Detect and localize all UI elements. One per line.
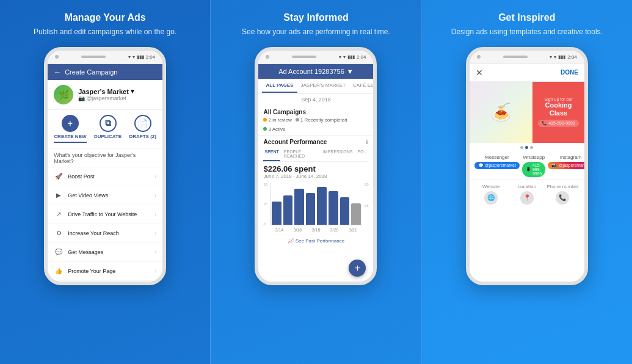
menu-item-promote-page[interactable]: 👍 Promote Your Page › <box>48 262 162 281</box>
phone-2-screen: Ad Account 19283756 ▼ ALL PAGES JASPER'S… <box>258 64 373 282</box>
dropdown-icon[interactable]: ▾ <box>131 87 134 95</box>
dropdown-chevron-icon[interactable]: ▼ <box>347 68 354 75</box>
dot-1 <box>520 146 523 149</box>
video-views-icon: ▶ <box>54 191 64 200</box>
menu-item-promote-event[interactable]: 📅 Promote an Event › <box>48 281 162 282</box>
phone-1-status: ▾▾▮▮▮ 2:04 <box>128 54 156 60</box>
spent-date-range: June 7, 2018 - June 14, 2018 <box>263 173 368 179</box>
x-label-1: 3/14 <box>275 228 283 232</box>
see-performance-link[interactable]: 📈 See Past Performance <box>258 235 373 247</box>
ad-phone-badge: 📞 415-999-9999 <box>538 120 579 127</box>
x-label-3: 3/18 <box>312 228 321 232</box>
panel-stay-informed: Stay Informed See how your ads are perfo… <box>210 0 421 364</box>
phone-3-topbar: ▾▾▮▮▮ 2:04 <box>470 51 584 64</box>
website-label: Website <box>482 184 500 189</box>
phone-1-screen: ← Create Campaign 🌿 Jasper's Market ▾ 📷 … <box>48 64 162 282</box>
carousel-dots <box>470 143 584 152</box>
y-label-mid-r: 25 <box>365 204 369 208</box>
completed-dot <box>296 118 299 122</box>
phone-3-screen: ✕ DONE 🍝 Sign up for our Cooking Class 📞… <box>470 64 584 282</box>
website-icon: 🌐 <box>484 191 498 205</box>
bar-7 <box>340 197 350 225</box>
y-label-top-r: 50 <box>365 183 369 186</box>
dot-3 <box>530 146 533 149</box>
app-header-3: ✕ DONE <box>470 64 584 82</box>
back-arrow-icon[interactable]: ← <box>54 68 61 76</box>
selected-date: Sep 4, 2018 <box>258 93 373 106</box>
panel-3-subtitle: Design ads using templates and creative … <box>451 27 603 37</box>
create-campaign-title: Create Campaign <box>65 68 117 76</box>
info-grid: Website 🌐 Location 📍 Phone number 📞 <box>470 180 584 208</box>
phone-1-speaker <box>81 56 106 58</box>
performance-chart <box>270 183 362 225</box>
location-icon: 📍 <box>520 191 534 205</box>
info-phone: Phone number 📞 <box>546 184 579 205</box>
create-new-button[interactable]: + CREATE NEW <box>54 115 86 143</box>
tab-cafe-escape[interactable]: CAFÉ ESCAPE <box>349 79 373 93</box>
messenger-badge: 💬 @jaspersmarket <box>474 162 520 169</box>
trend-icon: 📈 <box>288 238 294 244</box>
tab-spent[interactable]: SPENT <box>263 148 280 161</box>
x-label-4: 3/20 <box>330 228 339 232</box>
y-label-bot: 0 <box>263 222 267 226</box>
phone-1-camera <box>55 55 59 59</box>
phone-2-status: ▾▾▮▮▮ 2:04 <box>339 54 366 60</box>
tab-impressions[interactable]: IMPRESSIONS <box>322 148 354 161</box>
tab-people-reached[interactable]: PEOPLE REACHED <box>283 148 319 161</box>
reach-icon: ⚙ <box>54 228 64 238</box>
location-label: Location <box>518 184 536 189</box>
chevron-right-icon-4: › <box>154 230 156 236</box>
instagram-label: Instagram <box>560 155 582 160</box>
duplicate-button[interactable]: ⧉ DUPLICATE <box>94 115 122 143</box>
done-button[interactable]: DONE <box>561 69 578 76</box>
phone-3-speaker <box>503 56 528 58</box>
menu-item-reach[interactable]: ⚙ Increase Your Reach › <box>48 224 162 243</box>
menu-item-video-views[interactable]: ▶ Get Video Views › <box>48 186 162 205</box>
bar-1 <box>272 202 281 225</box>
chevron-right-icon-3: › <box>154 211 156 217</box>
chevron-right-icon-6: › <box>154 268 156 274</box>
action-buttons: + CREATE NEW ⧉ DUPLICATE 📄 DRAFTS (2) <box>48 110 162 148</box>
ad-cta-title: Cooking Class <box>537 101 579 117</box>
tab-more[interactable]: PO... <box>357 148 369 161</box>
panel-manage-ads: Manage Your Ads Publish and edit campaig… <box>0 0 210 364</box>
menu-item-drive-traffic[interactable]: ↗ Drive Traffic to Your Website › <box>48 205 162 224</box>
campaigns-section: All Campaigns 2 in review 1 Recently com… <box>258 106 373 136</box>
tab-jaspers-market[interactable]: JASPER'S MARKET <box>297 79 350 93</box>
whatsapp-badge: 📱 415-999-9999 <box>522 162 546 177</box>
messages-icon: 💬 <box>54 247 64 257</box>
menu-item-boost-post[interactable]: 🚀 Boost Post › <box>48 167 162 186</box>
campaigns-status-list: 2 in review 1 Recently completed 3 Activ… <box>263 117 368 132</box>
ad-account-title: Ad Account 19283756 <box>278 68 344 75</box>
info-icon: ℹ <box>366 139 368 145</box>
phone-3: ▾▾▮▮▮ 2:04 ✕ DONE 🍝 Sign up for our Cook… <box>466 47 588 285</box>
phone-2-topbar: ▾▾▮▮▮ 2:04 <box>258 51 373 64</box>
create-new-icon: + <box>62 115 79 132</box>
objective-label: What's your objective for Jasper's Marke… <box>48 148 162 167</box>
active-status: 3 Active <box>268 126 285 132</box>
performance-title: Account Performance <box>263 139 327 145</box>
page-tabs: ALL PAGES JASPER'S MARKET CAFÉ ESCAPE <box>258 79 373 93</box>
panel-2-subtitle: See how your ads are performing in real … <box>242 27 390 37</box>
instagram-badge: 📸 @jaspersmarket <box>548 162 584 169</box>
chart-x-labels: 3/14 3/16 3/18 3/20 3/21 <box>270 228 362 232</box>
menu-item-messages[interactable]: 💬 Get Messages › <box>48 243 162 262</box>
performance-section: Account Performance ℹ SPENT PEOPLE REACH… <box>258 136 373 235</box>
phone-3-camera <box>477 55 481 59</box>
messenger-icon: 💬 <box>478 163 484 168</box>
bar-3 <box>294 189 304 225</box>
chevron-right-icon: › <box>154 173 156 180</box>
bar-5 <box>317 187 327 225</box>
review-status: 2 in review <box>268 117 291 123</box>
app-header-1: ← Create Campaign <box>48 64 162 80</box>
bar-8 <box>351 203 361 225</box>
platform-whatsapp: Whatsapp 📱 415-999-9999 <box>522 155 546 177</box>
profile-name: Jasper's Market ▾ <box>78 87 134 95</box>
tab-all-pages[interactable]: ALL PAGES <box>262 79 297 93</box>
platform-instagram: Instagram 📸 @jaspersmarket <box>548 155 584 177</box>
ad-cta-overlay: Sign up for our Cooking Class 📞 415-999-… <box>532 82 584 143</box>
drafts-button[interactable]: 📄 DRAFTS (2) <box>129 115 156 143</box>
bar-6 <box>329 191 338 225</box>
messenger-label: Messenger <box>485 155 509 160</box>
close-button[interactable]: ✕ <box>476 68 483 78</box>
